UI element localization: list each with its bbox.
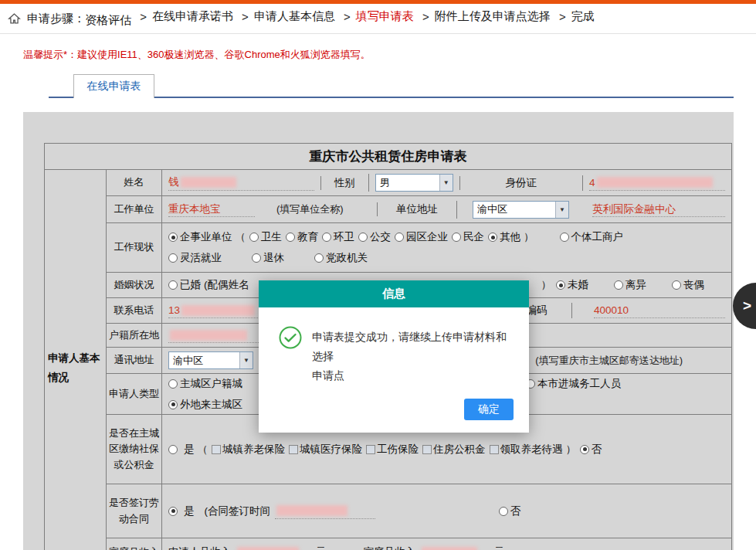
option-label: 环卫	[334, 230, 354, 244]
radio-icon	[168, 507, 178, 516]
mailing-address-label: 通讯地址	[107, 348, 162, 373]
ok-button[interactable]: 确定	[464, 399, 514, 420]
social-insurance-label: 是否在主城 区缴纳社保 或公积金	[107, 415, 162, 484]
work-status-label: 工作现状	[107, 223, 162, 272]
unit-address-label: 单位地址	[377, 202, 456, 216]
option-label: 园区企业	[406, 230, 448, 244]
option-label: 是	[184, 504, 195, 518]
form-title: 重庆市公共租赁住房申请表	[45, 144, 731, 170]
contract-date-input[interactable]	[275, 504, 375, 519]
radio-option[interactable]: 卫生	[249, 230, 282, 244]
option-label: 已婚	[180, 278, 201, 292]
info-dialog: 信息 申请表提交成功，请继续上传申请材料和选择 申请点 确定	[259, 280, 529, 433]
breadcrumb-prefix: 申请步骤：	[27, 12, 85, 26]
radio-option-yes[interactable]: 是	[168, 504, 195, 518]
checkbox-option[interactable]: 城镇医疗保险	[289, 443, 362, 457]
applicant-income-input[interactable]	[236, 545, 310, 550]
checkbox-option[interactable]: 住房公积金	[422, 443, 486, 457]
checkbox-option[interactable]: 城镇养老保险	[212, 443, 285, 457]
radio-option-no[interactable]: 否	[580, 443, 602, 457]
applicant-type-label: 申请人类型	[107, 374, 162, 414]
radio-option-yes[interactable]: 是 （	[168, 443, 208, 457]
breadcrumb-separator: >	[422, 10, 429, 23]
option-label: 民企	[463, 230, 484, 244]
radio-icon	[358, 233, 368, 242]
radio-option[interactable]: 丧偶	[672, 278, 704, 292]
radio-option[interactable]: 园区企业	[395, 230, 448, 244]
registry-label: 户籍所在地	[107, 324, 162, 347]
side-panel-toggle[interactable]: >	[733, 283, 756, 329]
radio-icon	[499, 507, 508, 516]
checkbox-option[interactable]: 领取养老待遇 ）	[490, 443, 577, 457]
checkbox-icon	[422, 445, 432, 454]
breadcrumb-step[interactable]: 资格评估	[85, 13, 131, 28]
postal-code-input[interactable]: 400010	[594, 303, 725, 318]
radio-icon	[168, 379, 178, 389]
radio-option[interactable]: 未婚	[556, 278, 588, 292]
gender-select[interactable]: 男 ▼	[375, 174, 453, 192]
radio-icon	[488, 233, 497, 242]
radio-option[interactable]: 外地来主城区	[168, 398, 242, 412]
radio-icon	[452, 233, 461, 242]
chevron-down-icon: ▼	[439, 175, 453, 191]
income-label: 家庭月收入	[107, 538, 162, 550]
breadcrumb-step[interactable]: 申请人基本信息	[254, 9, 335, 24]
breadcrumb-separator: >	[344, 10, 351, 23]
radio-icon	[314, 253, 324, 263]
radio-option[interactable]: 党政机关	[314, 251, 368, 265]
checkbox-icon	[212, 445, 221, 454]
work-unit-label: 工作单位	[107, 196, 162, 222]
section-label-applicant-basic-info: 申请人基本 情况	[45, 170, 107, 550]
work-unit-input[interactable]: 重庆本地宝	[168, 202, 255, 217]
option-label: 外地来主城区	[180, 398, 242, 412]
option-label: 本市进城务工人员	[537, 377, 621, 391]
breadcrumb-steps: 资格评估 > 在线申请承诺书 > 申请人基本信息 > 填写申请表 > 附件上传及…	[85, 9, 595, 29]
checkbox-icon	[366, 445, 375, 454]
radio-icon	[252, 253, 261, 263]
breadcrumb-step[interactable]: 在线申请承诺书	[152, 9, 233, 24]
radio-icon	[168, 400, 178, 409]
applicant-income-label: 申请人月收入	[168, 545, 231, 550]
unit-address-district-select[interactable]: 渝中区 ▼	[473, 201, 569, 219]
tab-online-application-form[interactable]: 在线申请表	[73, 74, 154, 98]
checkbox-icon	[490, 445, 499, 454]
redacted-family-income	[422, 547, 477, 550]
breadcrumb-step[interactable]: 完成	[571, 9, 595, 24]
radio-icon	[249, 233, 259, 242]
redacted-applicant-income	[237, 547, 299, 550]
checkbox-option[interactable]: 工伤保险	[366, 443, 419, 457]
success-check-icon	[279, 326, 302, 352]
radio-option-no[interactable]: 否	[499, 504, 521, 518]
radio-option[interactable]: 公交	[358, 230, 391, 244]
id-card-input[interactable]: 4	[589, 175, 725, 191]
radio-option[interactable]: 退休	[252, 251, 284, 265]
radio-option[interactable]: 民企	[452, 230, 484, 244]
option-label: 否	[510, 504, 521, 518]
radio-icon	[556, 280, 565, 290]
name-label: 姓名	[107, 170, 162, 195]
radio-option[interactable]: 教育	[286, 230, 318, 244]
radio-icon	[614, 280, 623, 290]
radio-option[interactable]: 环卫	[322, 230, 354, 244]
radio-option[interactable]: 已婚 (配偶姓名	[168, 278, 249, 292]
mailing-district-select[interactable]: 渝中区 ▼	[168, 351, 253, 369]
radio-icon	[672, 280, 681, 290]
work-status-line1: 企事业单位 （ 卫生	[168, 230, 725, 244]
chevron-down-icon: ▼	[555, 202, 568, 218]
family-income-input[interactable]	[420, 545, 488, 550]
radio-option[interactable]: 其他 ）	[488, 230, 534, 244]
breadcrumb-step[interactable]: 填写申请表	[356, 9, 414, 24]
radio-option[interactable]: 个体工商户	[560, 230, 624, 244]
breadcrumb-step[interactable]: 附件上传及申请点选择	[435, 9, 551, 24]
radio-option[interactable]: 本市进城务工人员	[526, 377, 621, 391]
radio-option[interactable]: 灵活就业	[168, 251, 222, 265]
radio-option[interactable]: 主城区户籍城	[168, 377, 242, 391]
unit-address-input[interactable]: 英利国际金融中心	[592, 202, 725, 217]
home-icon[interactable]	[8, 12, 21, 25]
name-input[interactable]: 钱	[168, 175, 314, 191]
radio-option[interactable]: 企事业单位 （	[168, 230, 246, 244]
radio-option[interactable]: 离异	[614, 278, 646, 292]
phone-label: 联系电话	[107, 298, 162, 323]
option-label: 灵活就业	[180, 251, 222, 265]
option-label: 公交	[370, 230, 391, 244]
